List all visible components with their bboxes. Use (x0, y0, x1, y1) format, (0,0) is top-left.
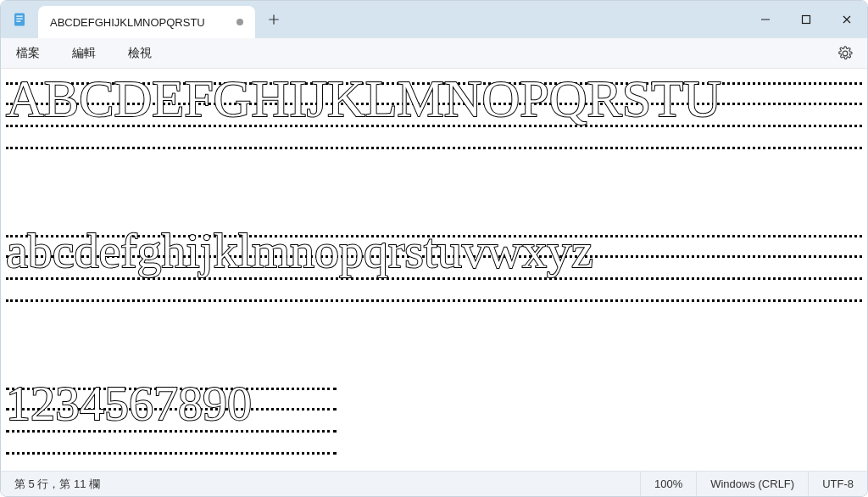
status-line-ending[interactable]: Windows (CRLF) (696, 472, 808, 496)
notepad-window: ABCDEFGHIJKLMNOPQRSTU 檔案 編輯 檢視 (0, 0, 868, 497)
minimize-icon (760, 14, 771, 25)
status-encoding[interactable]: UTF-8 (808, 472, 867, 496)
menubar: 檔案 編輯 檢視 (1, 38, 867, 69)
text-line-1: ABCDEFGHIJKLMNOPQRSTU (6, 77, 862, 154)
gear-icon (837, 46, 853, 61)
blank-line (6, 306, 862, 383)
svg-rect-3 (16, 21, 20, 22)
svg-rect-4 (803, 16, 810, 24)
settings-button[interactable] (830, 38, 860, 69)
app-icon (1, 1, 38, 38)
status-zoom[interactable]: 100% (640, 472, 696, 496)
close-button[interactable] (826, 1, 867, 38)
tab-title: ABCDEFGHIJKLMNOPQRSTU (50, 16, 205, 29)
unsaved-indicator-icon (236, 19, 243, 25)
guideline (6, 299, 862, 302)
menu-edit[interactable]: 編輯 (64, 41, 104, 66)
minimize-button[interactable] (745, 1, 786, 38)
text-line-2: abcdefghijklmnopqrstuvwxyz (6, 230, 862, 306)
menu-file[interactable]: 檔案 (8, 41, 48, 66)
svg-rect-0 (14, 14, 25, 26)
guideline (6, 452, 337, 455)
maximize-button[interactable] (786, 1, 826, 38)
statusbar: 第 5 行，第 11 欄 100% Windows (CRLF) UTF-8 (1, 471, 867, 496)
text-content: 1234567890 (6, 379, 252, 428)
svg-rect-2 (16, 19, 23, 20)
menu-view[interactable]: 檢視 (120, 41, 160, 66)
svg-rect-1 (16, 16, 23, 17)
editor-area[interactable]: ABCDEFGHIJKLMNOPQRSTU abcdefghijklmnopqr… (1, 69, 867, 471)
new-tab-button[interactable] (255, 1, 292, 38)
titlebar-spacer (292, 1, 745, 38)
blank-line (6, 154, 862, 230)
document-tab[interactable]: ABCDEFGHIJKLMNOPQRSTU (38, 6, 255, 38)
close-icon (842, 14, 852, 25)
plus-icon (268, 14, 280, 25)
titlebar: ABCDEFGHIJKLMNOPQRSTU (1, 1, 867, 38)
notepad-icon (12, 12, 27, 27)
guideline (6, 147, 862, 149)
text-line-3: 1234567890 (6, 383, 862, 459)
status-caret-position[interactable]: 第 5 行，第 11 欄 (1, 472, 114, 496)
text-content: abcdefghijklmnopqrstuvwxyz (6, 226, 593, 276)
maximize-icon (801, 14, 811, 25)
text-content: ABCDEFGHIJKLMNOPQRSTU (6, 72, 721, 125)
